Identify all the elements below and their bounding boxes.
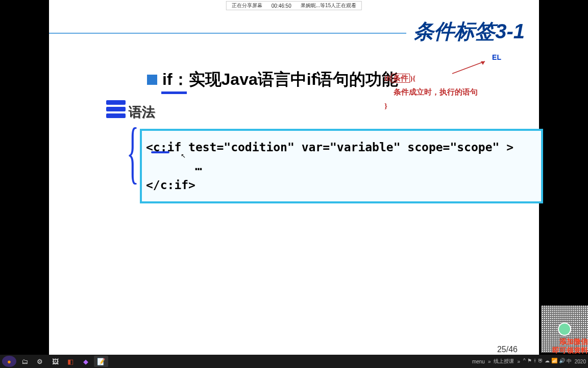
qr-caption-2: 即可领资料 (552, 346, 588, 355)
bullet-text: if：实现Java语言中if语句的功能 (162, 68, 398, 91)
tray-up-icon[interactable]: ^ (523, 358, 526, 365)
slide-title: 条件标签3-1 (413, 17, 525, 45)
status-label[interactable]: 线上授课 (494, 358, 514, 365)
powerpoint-icon[interactable]: ◧ (63, 356, 78, 367)
share-viewers: 果婉昵...等15人正在观看 (301, 2, 356, 9)
title-divider (49, 33, 406, 34)
annotation-underline-cif (151, 151, 169, 153)
code-line-2: … (146, 157, 537, 176)
if-close: ){ (410, 74, 415, 82)
annotation-underline-if (161, 90, 187, 94)
if-body: 条件成立时，执行的语句 (394, 88, 478, 96)
system-tray[interactable]: ^ ⚑ ᚼ ⛨ ☁ 📶 🔊 中 (523, 358, 572, 365)
page-number: 25/46 (497, 345, 518, 354)
share-time: 00:46:50 (272, 3, 291, 9)
editor-icon[interactable]: 📝 (94, 356, 108, 367)
tray-year: 2020 (575, 359, 586, 364)
code-line-3: </c:if> (146, 176, 537, 195)
app-icon-2[interactable]: 🖼 (48, 356, 62, 367)
share-status: 正在分享屏幕 (232, 2, 262, 9)
el-label: EL (492, 53, 501, 61)
firefox-icon[interactable]: ● (2, 356, 16, 367)
code-box: <c:if test="codition" var="variable" sco… (140, 129, 543, 203)
menu-label[interactable]: menu (472, 359, 485, 364)
wechat-icon (558, 323, 571, 336)
tray-bluetooth-icon[interactable]: ᚼ (533, 358, 536, 365)
tray-network-icon[interactable]: 📶 (551, 358, 557, 365)
app-icon-1[interactable]: ⚙ (33, 356, 47, 367)
annotation-brace: { (127, 118, 139, 187)
taskbar[interactable]: ● 🗂 ⚙ 🖼 ◧ ◆ 📝 menu » 线上授课 » ^ ⚑ ᚼ ⛨ ☁ 📶 … (0, 355, 588, 368)
tray-shield-icon[interactable]: ⛨ (538, 358, 543, 365)
annotation-bars (106, 100, 126, 120)
taskbar-left: ● 🗂 ⚙ 🖼 ◧ ◆ 📝 (2, 356, 108, 367)
if-condition: 条件 (391, 74, 410, 83)
intellij-icon[interactable]: ◆ (79, 356, 93, 367)
slide: 正在分享屏幕 00:46:50 果婉昵...等15人正在观看 条件标签3-1 i… (49, 0, 539, 355)
tray-volume-icon[interactable]: 🔊 (559, 358, 565, 365)
tray-cloud-icon[interactable]: ☁ (545, 358, 550, 365)
qr-caption: 添加微信 即可领资料 (552, 337, 588, 355)
files-icon[interactable]: 🗂 (17, 356, 32, 367)
taskbar-right: menu » 线上授课 » ^ ⚑ ᚼ ⛨ ☁ 📶 🔊 中 2020 (472, 358, 586, 365)
cursor-pointer-icon: ↖ (181, 152, 186, 159)
pseudo-code-diagram: if(条件){ 条件成立时，执行的语句 } (384, 72, 478, 113)
bullet-row: if：实现Java语言中if语句的功能 (147, 68, 398, 91)
if-open: if( (384, 74, 391, 82)
tray-flag-icon[interactable]: ⚑ (527, 358, 532, 365)
svg-marker-1 (481, 61, 485, 65)
qr-caption-1: 添加微信 (552, 337, 588, 346)
if-brace-close: } (384, 102, 387, 110)
tray-ime-icon[interactable]: 中 (567, 358, 572, 365)
code-line-1: <c:if test="codition" var="variable" sco… (146, 138, 537, 157)
bullet-marker-icon (147, 75, 157, 85)
screen-share-banner: 正在分享屏幕 00:46:50 果婉昵...等15人正在观看 (226, 1, 362, 10)
